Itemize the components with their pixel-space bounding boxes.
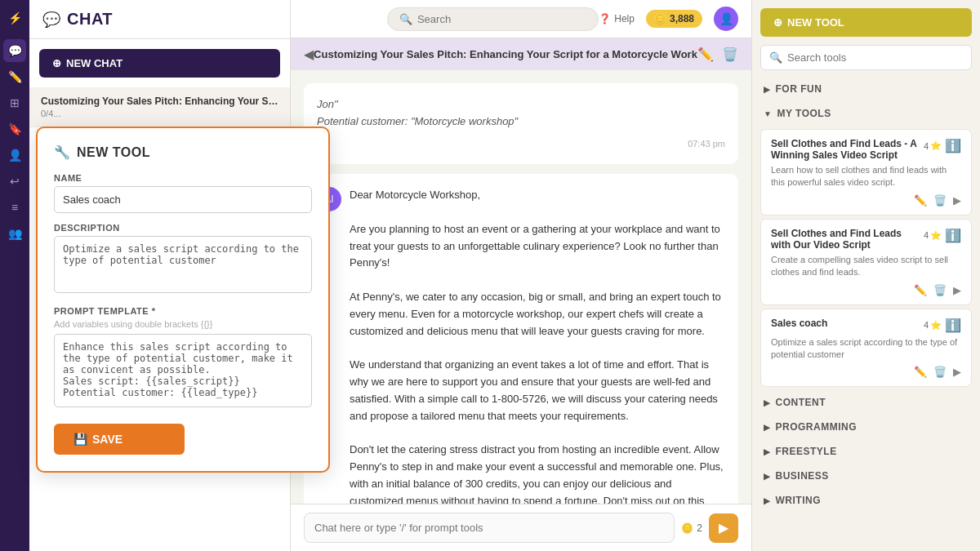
users-nav-icon[interactable]: 👥 bbox=[3, 222, 26, 245]
tool-card-1-desc: Learn how to sell clothes and find leads… bbox=[771, 164, 961, 189]
section-for-fun-label: FOR FUN bbox=[776, 83, 822, 95]
edit-tool-1-button[interactable]: ✏️ bbox=[914, 194, 927, 207]
save-icon: 💾 bbox=[74, 433, 87, 446]
tool-card-3-desc: Optimize a sales script according to the… bbox=[771, 336, 961, 362]
edit-tool-3-button[interactable]: ✏️ bbox=[914, 366, 927, 378]
sidebar: ⚡ 💬 ✏️ ⊞ 🔖 👤 ↩ ≡ 👥 bbox=[0, 0, 29, 551]
refresh-nav-icon[interactable]: ↩ bbox=[3, 170, 26, 193]
tools-search-input[interactable] bbox=[787, 51, 963, 64]
main-chat-area: 🔍 ❓ Help 🪙 3,888 👤 ◀ Customizing Your Sa… bbox=[291, 0, 751, 551]
help-circle-icon: ❓ bbox=[599, 13, 611, 24]
section-freestyle[interactable]: ▶ FREESTYLE bbox=[752, 439, 980, 464]
tool-card-3-rating: 4 ⭐ bbox=[924, 320, 942, 331]
tools-list: ▶ FOR FUN ▼ MY TOOLS Sell Clothes and Fi… bbox=[752, 77, 980, 551]
delete-tool-2-button[interactable]: 🗑️ bbox=[933, 284, 947, 296]
chat-input-container: 0/8000 CHARS bbox=[304, 513, 675, 543]
credits-value: 3,888 bbox=[670, 13, 694, 24]
save-tool-button[interactable]: 💾 SAVE bbox=[54, 424, 185, 455]
chat-panel-title: CHAT bbox=[67, 10, 113, 29]
delete-conversation-button[interactable]: 🗑️ bbox=[722, 47, 738, 62]
edit-conversation-button[interactable]: ✏️ bbox=[697, 47, 714, 62]
use-tool-1-button[interactable]: ▶ bbox=[953, 194, 961, 207]
avatar[interactable]: 👤 bbox=[714, 7, 738, 31]
section-for-fun[interactable]: ▶ FOR FUN bbox=[752, 77, 980, 101]
chat-input-area: 0/8000 CHARS 🪙 2 ▶ bbox=[291, 504, 751, 551]
tool-card-1-header: Sell Clothes and Find Leads - A Winning … bbox=[771, 138, 961, 161]
name-field-label: NAME bbox=[54, 173, 312, 183]
info-icon-1[interactable]: ℹ️ bbox=[945, 138, 961, 153]
new-tool-button[interactable]: ⊕ NEW TOOL bbox=[760, 8, 972, 37]
star-icon-2: ⭐ bbox=[930, 230, 942, 241]
search-icon: 🔍 bbox=[399, 13, 412, 25]
pencil-nav-icon[interactable]: ✏️ bbox=[3, 65, 26, 88]
info-icon-3[interactable]: ℹ️ bbox=[945, 318, 961, 333]
tool-card-3-meta: 4 ⭐ ℹ️ bbox=[924, 318, 961, 333]
chat-nav-icon[interactable]: 💬 bbox=[3, 39, 26, 62]
chat-input[interactable] bbox=[304, 513, 675, 543]
chevron-right-writing-icon: ▶ bbox=[764, 496, 771, 505]
chat-item-subtitle: 0/4... bbox=[41, 109, 278, 118]
info-icon-2[interactable]: ℹ️ bbox=[945, 228, 961, 243]
chat-header-icon: 💬 bbox=[42, 11, 60, 29]
edit-tool-2-button[interactable]: ✏️ bbox=[914, 284, 927, 296]
section-content[interactable]: ▶ CONTENT bbox=[752, 390, 980, 415]
chevron-down-icon: ▼ bbox=[764, 109, 772, 118]
save-label: SAVE bbox=[92, 433, 122, 446]
tool-card-1: Sell Clothes and Find Leads - A Winning … bbox=[760, 129, 972, 216]
help-button[interactable]: ❓ Help bbox=[599, 13, 635, 24]
new-tool-plus-icon: ⊕ bbox=[773, 16, 782, 29]
section-content-label: CONTENT bbox=[776, 397, 826, 408]
description-field-label: DESCRIPTION bbox=[54, 223, 312, 233]
star-icon-3: ⭐ bbox=[930, 320, 942, 331]
tool-card-1-meta: 4 ⭐ ℹ️ bbox=[924, 138, 961, 153]
coin-cost: 🪙 2 bbox=[681, 522, 702, 534]
section-writing[interactable]: ▶ WRITING bbox=[752, 488, 980, 513]
credits-badge: 🪙 3,888 bbox=[646, 10, 702, 28]
section-programming[interactable]: ▶ PROGRAMMING bbox=[752, 415, 980, 439]
tool-card-2-title: Sell Clothes and Find Leads with Our Vid… bbox=[771, 228, 919, 251]
chat-header: 💬 CHAT bbox=[29, 0, 290, 39]
delete-tool-1-button[interactable]: 🗑️ bbox=[933, 194, 947, 207]
modal-title: NEW TOOL bbox=[77, 145, 150, 160]
search-input[interactable] bbox=[417, 13, 586, 25]
tools-search-bar[interactable]: 🔍 bbox=[760, 45, 972, 70]
tool-card-3: Sales coach 4 ⭐ ℹ️ Optimize a sales scri… bbox=[760, 309, 972, 388]
conversation-bar: ◀ Customizing Your Sales Pitch: Enhancin… bbox=[291, 38, 751, 70]
prompt-template-input[interactable] bbox=[54, 334, 312, 407]
conversation-actions: ✏️ 🗑️ bbox=[697, 47, 738, 62]
new-chat-plus-icon: ⊕ bbox=[52, 57, 61, 69]
new-chat-button[interactable]: ⊕ NEW CHAT bbox=[39, 49, 280, 78]
section-business[interactable]: ▶ BUSINESS bbox=[752, 464, 980, 488]
tool-description-input[interactable] bbox=[54, 236, 312, 293]
modal-tool-icon: 🔧 bbox=[54, 144, 70, 160]
list-nav-icon[interactable]: ≡ bbox=[3, 196, 26, 219]
send-button[interactable]: ▶ bbox=[709, 513, 738, 543]
use-tool-2-button[interactable]: ▶ bbox=[953, 284, 961, 296]
coin-icon-small: 🪙 bbox=[681, 522, 693, 534]
search-bar[interactable]: 🔍 bbox=[387, 7, 599, 31]
person-nav-icon[interactable]: 👤 bbox=[3, 144, 26, 167]
tool-name-input[interactable] bbox=[54, 186, 312, 213]
chat-list-item[interactable]: Customizing Your Sales Pitch: Enhancing … bbox=[29, 87, 290, 127]
section-my-tools[interactable]: ▼ MY TOOLS bbox=[752, 101, 980, 126]
chevron-right-icon: ▶ bbox=[764, 85, 771, 94]
coin-value: 2 bbox=[697, 522, 702, 534]
new-tool-label: NEW TOOL bbox=[787, 16, 844, 29]
delete-tool-3-button[interactable]: 🗑️ bbox=[933, 366, 947, 378]
use-tool-3-button[interactable]: ▶ bbox=[953, 366, 961, 378]
help-label: Help bbox=[614, 13, 635, 24]
bookmark-nav-icon[interactable]: 🔖 bbox=[3, 118, 26, 140]
grid-nav-icon[interactable]: ⊞ bbox=[3, 91, 26, 114]
message-time: 07:43 pm bbox=[317, 137, 725, 152]
tool-card-2-meta: 4 ⭐ ℹ️ bbox=[924, 228, 961, 243]
chat-item-title: Customizing Your Sales Pitch: Enhancing … bbox=[41, 96, 278, 107]
message-response-bubble: AI Dear Motorcycle Workshop, Are you pla… bbox=[304, 174, 738, 504]
bolt-icon[interactable]: ⚡ bbox=[3, 7, 26, 29]
chevron-right-content-icon: ▶ bbox=[764, 398, 771, 407]
collapse-panel-button[interactable]: ◀ bbox=[304, 47, 314, 62]
tool-card-1-rating: 4 ⭐ bbox=[924, 140, 942, 151]
tool-card-2-header: Sell Clothes and Find Leads with Our Vid… bbox=[771, 228, 961, 251]
section-freestyle-label: FREESTYLE bbox=[776, 446, 837, 457]
tool-card-3-header: Sales coach 4 ⭐ ℹ️ bbox=[771, 318, 961, 333]
new-chat-label: NEW CHAT bbox=[66, 57, 122, 69]
